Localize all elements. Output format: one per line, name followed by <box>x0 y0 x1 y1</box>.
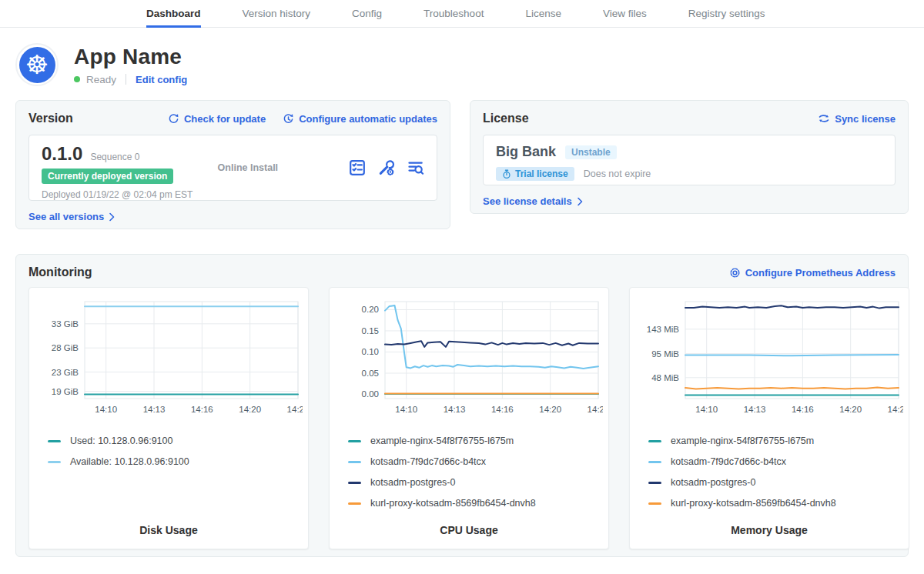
tab-troubleshoot[interactable]: Troubleshoot <box>424 0 484 28</box>
svg-text:14:10: 14:10 <box>395 405 417 414</box>
legend-label: kotsadm-postgres-0 <box>370 477 455 488</box>
svg-text:33 GiB: 33 GiB <box>52 319 79 329</box>
legend-swatch <box>648 482 661 484</box>
license-expiry: Does not expire <box>584 169 651 179</box>
tab-config[interactable]: Config <box>352 0 382 28</box>
svg-text:14:20: 14:20 <box>839 405 862 414</box>
chart-title-disk: Disk Usage <box>35 524 302 536</box>
refresh-icon <box>168 113 179 125</box>
see-license-details-link[interactable]: See license details <box>483 195 584 207</box>
check-for-update-link[interactable]: Check for update <box>168 113 266 125</box>
tab-version-history[interactable]: Version history <box>243 0 311 28</box>
legend-item: Used: 10.128.0.96:9100 <box>48 436 302 446</box>
monitoring-section-title: Monitoring <box>28 265 92 279</box>
legend-label: kotsadm-7f9dc7d66c-b4tcx <box>671 456 786 467</box>
legend-label: example-nginx-54f8f76755-l675m <box>370 436 514 446</box>
page-title: App Name <box>74 45 187 69</box>
svg-text:14:16: 14:16 <box>792 405 814 414</box>
svg-text:48 MiB: 48 MiB <box>651 373 679 382</box>
divider <box>126 74 126 85</box>
svg-text:14:13: 14:13 <box>143 405 166 414</box>
tab-license[interactable]: License <box>525 0 561 28</box>
legend-swatch <box>348 440 361 442</box>
tab-bar: Dashboard Version history Config Trouble… <box>0 0 924 28</box>
legend-label: kotsadm-postgres-0 <box>671 477 755 488</box>
legend-swatch <box>648 440 661 442</box>
chart-title-cpu: CPU Usage <box>336 524 602 536</box>
legend-label: kurl-proxy-kotsadm-8569fb6454-dnvh8 <box>671 498 836 509</box>
svg-text:0.10: 0.10 <box>362 347 379 356</box>
schedule-icon <box>283 113 294 125</box>
svg-text:0.15: 0.15 <box>362 326 379 335</box>
memory-usage-chart: 14:1014:1314:1614:2014:23143 MiB95 MiB48… <box>636 295 903 425</box>
legend-item: kotsadm-7f9dc7d66c-b4tcx <box>648 456 902 467</box>
version-card: Version Check for update <box>15 100 450 229</box>
current-version-panel: 0.1.0 Sequence 0 Currently deployed vers… <box>28 135 437 201</box>
svg-text:14:23: 14:23 <box>287 405 303 414</box>
view-logs-icon[interactable] <box>407 159 424 176</box>
channel-badge: Unstable <box>565 145 617 159</box>
status-dot <box>74 76 80 82</box>
app-header: ☸ App Name Ready Edit config <box>15 43 909 86</box>
cpu-usage-legend: example-nginx-54f8f76755-l675mkotsadm-7f… <box>336 436 602 509</box>
license-card: License Sync license Big Bank Unstable <box>470 100 909 214</box>
legend-swatch <box>48 440 61 442</box>
legend-item: example-nginx-54f8f76755-l675m <box>348 436 602 446</box>
legend-label: example-nginx-54f8f76755-l675m <box>671 436 814 446</box>
legend-swatch <box>48 461 61 463</box>
sync-icon <box>818 113 830 124</box>
svg-text:23 GiB: 23 GiB <box>52 368 79 377</box>
see-all-versions-link[interactable]: See all versions <box>28 211 116 222</box>
chart-card-cpu: 14:1014:1314:1614:2014:230.200.150.100.0… <box>329 287 609 549</box>
stopwatch-icon <box>502 169 511 179</box>
legend-swatch <box>348 461 361 463</box>
configure-automatic-updates-link[interactable]: Configure automatic updates <box>283 113 437 125</box>
version-section-title: Version <box>28 112 73 125</box>
chart-card-memory: 14:1014:1314:1614:2014:23143 MiB95 MiB48… <box>629 287 909 549</box>
chart-title-memory: Memory Usage <box>636 524 902 536</box>
legend-swatch <box>648 502 661 505</box>
svg-text:14:23: 14:23 <box>588 405 603 414</box>
legend-swatch <box>648 461 661 463</box>
install-type: Online Install <box>218 143 349 192</box>
svg-text:14:16: 14:16 <box>191 405 213 414</box>
legend-swatch <box>348 482 361 484</box>
sync-license-link[interactable]: Sync license <box>818 113 896 125</box>
legend-label: kurl-proxy-kotsadm-8569fb6454-dnvh8 <box>370 498 536 509</box>
svg-text:28 GiB: 28 GiB <box>52 343 79 352</box>
version-sequence: Sequence 0 <box>90 152 139 162</box>
tab-view-files[interactable]: View files <box>603 0 647 28</box>
svg-text:0.20: 0.20 <box>362 305 379 314</box>
svg-text:14:20: 14:20 <box>539 405 561 414</box>
svg-text:0.05: 0.05 <box>362 369 379 378</box>
legend-item: example-nginx-54f8f76755-l675m <box>648 436 902 446</box>
svg-text:19 GiB: 19 GiB <box>52 387 79 396</box>
app-status: Ready <box>86 74 116 85</box>
svg-text:14:16: 14:16 <box>491 405 514 414</box>
monitoring-section: Monitoring Configure Prometheus Address … <box>15 254 909 557</box>
legend-item: kotsadm-7f9dc7d66c-b4tcx <box>348 456 602 467</box>
legend-item: kurl-proxy-kotsadm-8569fb6454-dnvh8 <box>648 498 902 509</box>
svg-text:95 MiB: 95 MiB <box>651 349 679 359</box>
svg-text:0.00: 0.00 <box>362 389 379 399</box>
chevron-right-icon <box>577 197 584 206</box>
version-number: 0.1.0 <box>42 143 82 165</box>
config-wrench-icon[interactable] <box>378 159 395 176</box>
configure-prometheus-link[interactable]: Configure Prometheus Address <box>729 267 896 279</box>
legend-label: kotsadm-7f9dc7d66c-b4tcx <box>370 456 486 467</box>
chart-card-disk: 14:1014:1314:1614:2014:2333 GiB28 GiB23 … <box>28 287 309 549</box>
edit-config-link[interactable]: Edit config <box>136 74 187 85</box>
memory-usage-legend: example-nginx-54f8f76755-l675mkotsadm-7f… <box>636 436 902 509</box>
release-notes-icon[interactable] <box>349 159 366 176</box>
deployed-timestamp: Deployed 01/19/22 @ 02:04 pm EST <box>42 189 218 200</box>
cpu-usage-chart: 14:1014:1314:1614:2014:230.200.150.100.0… <box>336 295 603 425</box>
svg-text:143 MiB: 143 MiB <box>647 325 680 334</box>
svg-text:14:10: 14:10 <box>95 405 117 414</box>
gear-icon <box>729 267 741 279</box>
tab-dashboard[interactable]: Dashboard <box>146 0 201 28</box>
disk-usage-chart: 14:1014:1314:1614:2014:2333 GiB28 GiB23 … <box>35 295 303 425</box>
tab-registry-settings[interactable]: Registry settings <box>688 0 765 28</box>
legend-swatch <box>348 502 361 505</box>
deployed-badge: Currently deployed version <box>42 169 173 184</box>
svg-text:14:20: 14:20 <box>239 405 261 414</box>
